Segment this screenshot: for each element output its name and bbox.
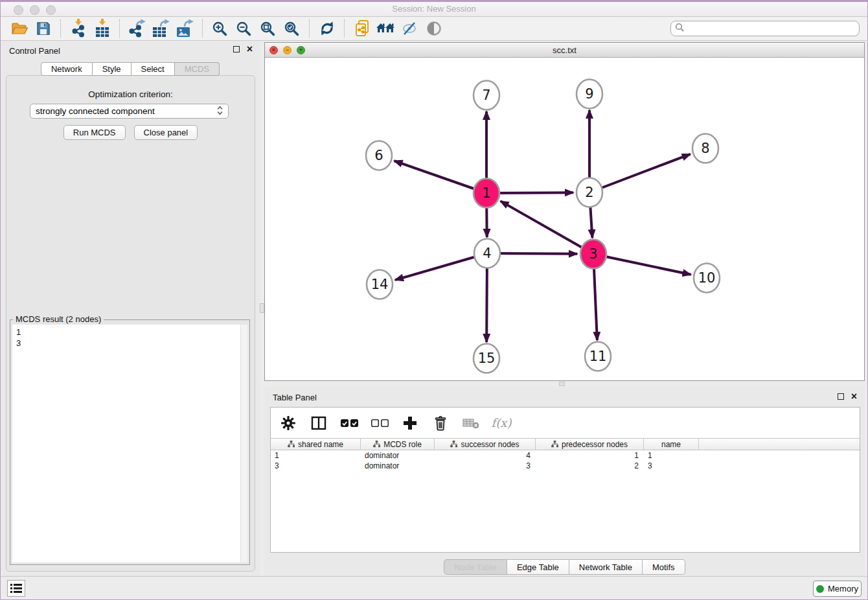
network-canvas[interactable]: 1234678910111415 — [265, 58, 864, 380]
criterion-value: strongly connected component — [36, 106, 155, 116]
cell-name: 1 — [644, 450, 699, 461]
table-toolbar: f(x) — [271, 408, 860, 438]
graph-edge-4-14[interactable] — [395, 253, 487, 280]
toolbar-separator — [60, 19, 61, 38]
tab-mcds[interactable]: MCDS — [175, 62, 220, 76]
criterion-select[interactable]: strongly connected component — [30, 104, 229, 119]
graph-node-label-2: 2 — [585, 185, 593, 200]
column-header-shared-name[interactable]: shared name — [271, 439, 361, 450]
clone-network-icon[interactable] — [350, 18, 374, 39]
select-all-rows-icon[interactable] — [339, 413, 360, 433]
column-header-mcds-role[interactable]: MCDS role — [361, 439, 435, 450]
toolbar-separator — [309, 19, 310, 38]
tab-motifs[interactable]: Motifs — [643, 559, 685, 575]
graph-edge-1-6[interactable] — [394, 161, 486, 193]
save-session-icon[interactable] — [31, 18, 55, 39]
cell-mcds-role: dominator — [361, 461, 435, 471]
delete-column-icon[interactable] — [430, 413, 451, 433]
control-panel-header: Control Panel × — [1, 41, 260, 60]
column-type-icon — [288, 441, 295, 448]
graph-edge-2-8[interactable] — [589, 154, 691, 192]
import-table-icon[interactable] — [90, 18, 114, 39]
search-field[interactable] — [670, 21, 860, 36]
network-window-titlebar[interactable]: × − + scc.txt — [265, 43, 864, 58]
graph-node-label-7: 7 — [482, 87, 490, 103]
task-history-button[interactable] — [7, 580, 25, 597]
column-header-name[interactable]: name — [644, 439, 699, 450]
first-neighbors-icon[interactable] — [374, 18, 398, 39]
column-header-successor-nodes[interactable]: successor nodes — [435, 439, 536, 450]
column-header-filler — [699, 439, 860, 450]
toolbar-separator — [344, 19, 345, 38]
graph-node-label-1: 1 — [482, 185, 490, 201]
tab-select[interactable]: Select — [131, 62, 175, 76]
tab-node-table[interactable]: Node Table — [444, 559, 507, 575]
table-row[interactable]: 3 dominator 3 2 3 — [271, 461, 860, 471]
table-settings-icon[interactable] — [278, 413, 299, 433]
export-table-icon[interactable] — [149, 18, 173, 39]
zoom-out-icon[interactable] — [232, 18, 256, 39]
vertical-split-grip[interactable] — [260, 303, 264, 313]
apply-layout-icon[interactable] — [315, 18, 339, 39]
export-network-icon[interactable] — [125, 18, 149, 39]
toolbar-separator — [119, 19, 120, 38]
network-graph[interactable]: 1234678910111415 — [265, 58, 864, 380]
graph-node-label-10: 10 — [698, 270, 716, 286]
close-panel-icon[interactable]: × — [247, 45, 253, 53]
toolbar-separator — [202, 19, 203, 38]
memory-label: Memory — [828, 584, 858, 594]
tab-network[interactable]: Network — [41, 62, 93, 76]
close-panel-button[interactable]: Close panel — [134, 125, 198, 140]
graph-edge-3-10[interactable] — [593, 254, 691, 275]
table-row[interactable]: 1 dominator 4 1 1 — [271, 450, 860, 461]
graph-node-label-11: 11 — [589, 349, 607, 364]
tab-style[interactable]: Style — [93, 62, 131, 76]
network-window-title: scc.txt — [265, 45, 864, 55]
control-panel-tabs: Network Style Select MCDS — [1, 62, 260, 76]
run-mcds-button[interactable]: Run MCDS — [63, 125, 126, 140]
zoom-in-icon[interactable] — [208, 18, 232, 39]
result-scrollbar[interactable] — [240, 325, 247, 562]
graph-edge-3-1[interactable] — [501, 201, 593, 254]
mcds-result-line: 1 — [16, 327, 244, 338]
optimization-criterion-label: Optimization criterion: — [6, 89, 255, 99]
import-network-icon[interactable] — [66, 18, 90, 39]
mcds-result-line: 3 — [16, 338, 244, 349]
hide-selected-icon[interactable] — [398, 18, 422, 39]
memory-button[interactable]: Memory — [813, 581, 862, 597]
application-window: Session: New Session — [0, 0, 868, 600]
node-table-container: f(x) shared name MCDS role successor nod… — [270, 407, 860, 553]
tab-network-table[interactable]: Network Table — [569, 559, 643, 575]
column-type-icon — [551, 441, 558, 448]
show-column-panel-icon[interactable] — [308, 413, 329, 433]
mcds-panel: Optimization criterion: strongly connect… — [6, 75, 255, 571]
tab-edge-table[interactable]: Edge Table — [507, 559, 569, 575]
open-session-icon[interactable] — [7, 18, 31, 39]
control-panel-title: Control Panel — [9, 46, 60, 56]
delete-table-icon[interactable] — [461, 413, 481, 433]
graph-node-label-4: 4 — [483, 246, 491, 261]
search-icon — [675, 23, 685, 35]
float-table-panel-icon[interactable] — [838, 393, 844, 400]
mcds-result-area[interactable]: 1 3 — [12, 325, 247, 562]
select-stepper-icon — [217, 106, 223, 117]
export-image-icon[interactable] — [173, 18, 197, 39]
float-panel-icon[interactable] — [233, 46, 240, 52]
add-column-icon[interactable] — [400, 413, 420, 433]
main-toolbar — [1, 17, 867, 41]
zoom-selected-icon[interactable] — [280, 18, 304, 39]
fx-label: f(x) — [492, 416, 512, 430]
deselect-all-rows-icon[interactable] — [369, 413, 390, 433]
cell-mcds-role: dominator — [361, 450, 435, 461]
column-header-predecessor-nodes[interactable]: predecessor nodes — [536, 439, 644, 450]
control-panel: Control Panel × Network Style Select MCD… — [1, 41, 260, 577]
close-table-panel-icon[interactable]: × — [851, 393, 857, 400]
window-titlebar: Session: New Session — [1, 0, 867, 17]
horizontal-split-grip[interactable] — [559, 382, 565, 386]
zoom-fit-icon[interactable] — [256, 18, 280, 39]
status-bar: Memory — [1, 576, 867, 599]
search-input[interactable] — [685, 23, 859, 34]
function-builder-icon[interactable]: f(x) — [491, 413, 512, 433]
show-graphics-details-icon[interactable] — [422, 18, 446, 39]
cell-predecessor-nodes: 1 — [536, 450, 644, 461]
